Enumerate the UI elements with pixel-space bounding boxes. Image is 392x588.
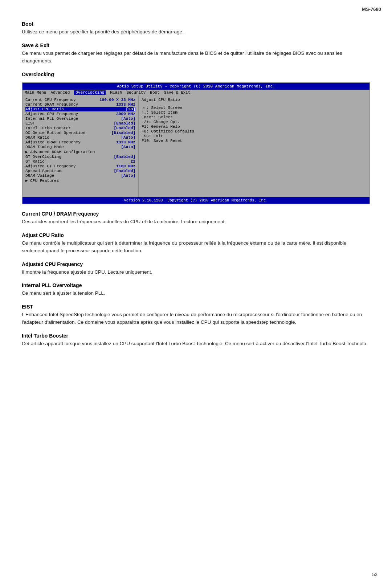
bios-menu-security: Security [126, 90, 146, 95]
bios-row: OC Genie Button Operation[Disabled] [25, 131, 135, 135]
bios-row: GT OverClocking[Enabled] [25, 155, 135, 159]
bios-row: GT Ratio22 [25, 159, 135, 164]
bios-title-bar: Aptio Setup Utility - Copyright (C) 2010… [23, 83, 369, 90]
bios-key-hint: F6: Optimized Defaults [142, 129, 367, 134]
bios-row: Adjusted CPU Frequency3900 MHz [25, 112, 135, 116]
bios-menu-boot: Boot [150, 90, 159, 95]
cpu-dram-text: Ces articles montrent les fréquences act… [22, 218, 370, 226]
bios-menu-overclocking: Overclocking [74, 90, 106, 95]
model-label: MS-7680 [362, 7, 381, 12]
bios-row: EIST[Enabled] [25, 121, 135, 126]
adjust-cpu-ratio-title: Adjust CPU Ratio [22, 232, 370, 238]
bios-menu-advanced: Advanced [50, 90, 70, 95]
bios-row: Spread Spectrum[Enabled] [25, 169, 135, 173]
bios-key-hints: →←: Select Screen↑↓: Select ItemEnter: S… [142, 106, 367, 143]
bios-row: Current CPU Frequency100.00 X 33 MHz [25, 98, 135, 102]
intel-turbo-text: Cet article apparaît lorsque vous instal… [22, 340, 370, 348]
bios-menu-bar: Main Menu Advanced Overclocking Mlash Se… [23, 90, 369, 95]
bios-key-hint: ↑↓: Select Item [142, 110, 367, 115]
bios-right-panel: Adjust CPU Ratio →←: Select Screen↑↓: Se… [139, 95, 369, 197]
internal-pll-text: Ce menu sert à ajuster la tension PLL. [22, 290, 370, 297]
bios-screenshot: Aptio Setup Utility - Copyright (C) 2010… [22, 82, 370, 204]
bios-key-hint: Enter: Select [142, 115, 367, 119]
boot-text: Utilisez ce menu pour spécifier la prior… [22, 28, 370, 36]
bios-row: Internal PLL Overvlage[Auto] [25, 117, 135, 121]
bios-row: ▶ CPU Features [25, 178, 135, 183]
bios-left-panel: Current CPU Frequency100.00 X 33 MHzCurr… [23, 95, 139, 197]
bios-key-hint: F10: Save & Reset [142, 139, 367, 143]
internal-pll-title: Internal PLL Overvoltage [22, 282, 370, 288]
bios-help-text: Adjust CPU Ratio [142, 98, 367, 102]
adjust-cpu-ratio-text: Ce menu contrôle le multiplicateur qui s… [22, 240, 370, 255]
bios-row: Intel Turbo Booster[Enabled] [25, 126, 135, 130]
boot-title: Boot [22, 21, 370, 27]
bios-footer: Version 2.10.1208. Copyright (C) 2010 Am… [23, 197, 369, 204]
bios-menu-save-exit: Save & Exit [164, 90, 191, 95]
bios-row: Adjust CPU Ratio[39] [25, 107, 135, 111]
bios-row: Adjusted DRAM Frequency1333 MHz [25, 140, 135, 144]
cpu-dram-title: Current CPU / DRAM Frequency [22, 211, 370, 217]
bios-key-hint: F1: General Help [142, 124, 367, 129]
bios-row: DRAM Ratio[Auto] [25, 135, 135, 140]
bios-row: Current DRAM Frequency1333 MHz [25, 102, 135, 107]
bios-menu-main: Main Menu [25, 90, 46, 95]
bios-row: Adjusted GT Frequency1100 MHz [25, 164, 135, 168]
bios-row: ▶ Advanced DRAM Configuration [25, 150, 135, 154]
overclocking-title: Overclocking [22, 72, 370, 77]
bios-key-hint: -/+: Change Opt. [142, 120, 367, 124]
bios-key-hint: ESC: Exit [142, 134, 367, 138]
adjusted-cpu-freq-text: Il montre la fréquence ajustée du CPU. L… [22, 269, 370, 276]
bios-row: DRAM Timing Mode[Auto] [25, 145, 135, 149]
save-exit-title: Save & Exit [22, 42, 370, 48]
page-number: 53 [372, 572, 377, 577]
page-container: MS-7680 Boot Utilisez ce menu pour spéci… [0, 0, 392, 588]
bios-row: DRAM Voltage[Auto] [25, 173, 135, 178]
bios-menu-mlash: Mlash [110, 90, 122, 95]
eist-text: L'Enhanced Intel SpeedStep technologie v… [22, 311, 370, 326]
bios-body: Current CPU Frequency100.00 X 33 MHzCurr… [23, 95, 369, 197]
eist-title: EIST [22, 304, 370, 310]
intel-turbo-title: Intel Turbo Booster [22, 333, 370, 339]
adjusted-cpu-freq-title: Adjusted CPU Frequency [22, 261, 370, 267]
bios-key-hint: →←: Select Screen [142, 106, 367, 110]
save-exit-text: Ce menu vous permet de charger les régla… [22, 50, 370, 65]
